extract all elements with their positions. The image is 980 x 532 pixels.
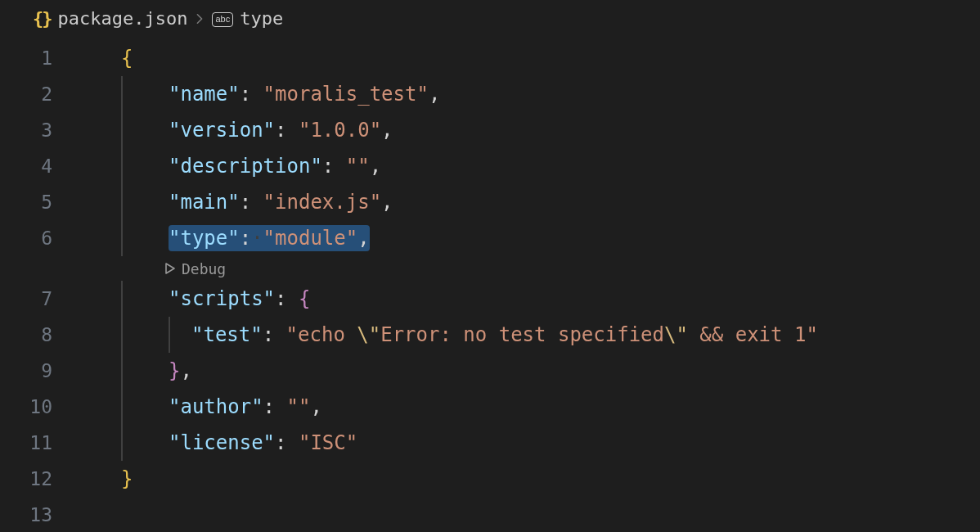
json-key: "description"	[169, 155, 322, 178]
code-line[interactable]: 2 "name": "moralis_test",	[0, 76, 980, 112]
code-line[interactable]: 5 "main": "index.js",	[0, 184, 980, 220]
code-line-highlighted[interactable]: 6 "type":·"module",	[0, 220, 980, 256]
json-key: "version"	[169, 119, 275, 142]
json-key: "main"	[169, 191, 240, 214]
selection-highlight: "type":·"module",	[169, 225, 370, 251]
indent-guide	[121, 184, 123, 220]
indent-guide	[121, 220, 123, 256]
json-file-icon: {}	[33, 8, 52, 29]
json-value: ""	[287, 395, 311, 418]
json-key: "license"	[169, 431, 275, 454]
json-value: ""	[346, 155, 370, 178]
line-number: 2	[0, 83, 75, 105]
brace-close: }	[169, 359, 180, 382]
line-number: 12	[0, 468, 75, 489]
brace-open: {	[121, 47, 133, 70]
code-line[interactable]: 9 },	[0, 353, 980, 389]
indent-guide	[121, 425, 123, 461]
line-number: 4	[0, 156, 75, 177]
line-number: 6	[0, 228, 75, 249]
indent-guide	[121, 317, 123, 353]
brace-close: }	[121, 467, 133, 490]
code-line[interactable]: 3 "version": "1.0.0",	[0, 112, 980, 148]
line-number: 5	[0, 192, 75, 213]
code-line[interactable]: 13	[0, 497, 980, 532]
line-number: 10	[0, 396, 75, 417]
breadcrumb-file[interactable]: package.json	[58, 8, 188, 29]
indent-guide	[169, 317, 170, 353]
code-line[interactable]: 7 "scripts": {	[0, 281, 980, 317]
line-number: 11	[0, 432, 75, 453]
indent-guide	[121, 281, 123, 317]
code-line[interactable]: 4 "description": "",	[0, 148, 980, 184]
code-line[interactable]: 8 "test": "echo \"Error: no test specifi…	[0, 317, 980, 353]
line-number: 7	[0, 288, 75, 309]
breadcrumb[interactable]: {} package.json abc type	[0, 0, 980, 37]
json-key: "type"	[169, 227, 240, 250]
breadcrumb-symbol[interactable]: type	[240, 8, 283, 29]
indent-guide	[121, 353, 123, 389]
chevron-right-icon	[194, 9, 205, 29]
code-line[interactable]: 1 {	[0, 40, 980, 76]
comma: ,	[429, 83, 440, 106]
indent-guide	[121, 389, 123, 425]
brace-open: {	[299, 287, 310, 310]
codelens-label: Debug	[182, 260, 226, 277]
indent-guide	[121, 112, 123, 148]
json-value: "ISC"	[299, 431, 357, 454]
line-number: 9	[0, 360, 75, 381]
json-value: "index.js"	[263, 191, 382, 214]
code-line[interactable]: 11 "license": "ISC"	[0, 425, 980, 461]
indent-guide	[121, 76, 123, 112]
code-editor[interactable]: 1 { 2 "name": "moralis_test", 3 "version…	[0, 37, 980, 532]
line-number: 3	[0, 119, 75, 141]
line-number: 1	[0, 47, 75, 69]
line-number: 8	[0, 324, 75, 345]
json-value: "module"	[263, 227, 358, 250]
json-key: "name"	[169, 83, 240, 106]
json-value: "moralis_test"	[263, 83, 429, 106]
code-line[interactable]: 10 "author": "",	[0, 389, 980, 425]
json-key: "test"	[191, 323, 263, 346]
indent-guide	[121, 148, 123, 184]
line-number: 13	[0, 504, 75, 525]
json-value: "echo \"Error: no test specified\" && ex…	[286, 323, 818, 346]
colon: :	[240, 83, 251, 106]
codelens-debug[interactable]: Debug	[0, 256, 980, 281]
play-icon	[164, 262, 177, 275]
string-symbol-icon: abc	[212, 12, 233, 27]
json-value: "1.0.0"	[299, 119, 381, 142]
json-key: "scripts"	[169, 287, 275, 310]
code-line[interactable]: 12 }	[0, 461, 980, 497]
json-key: "author"	[169, 395, 263, 418]
